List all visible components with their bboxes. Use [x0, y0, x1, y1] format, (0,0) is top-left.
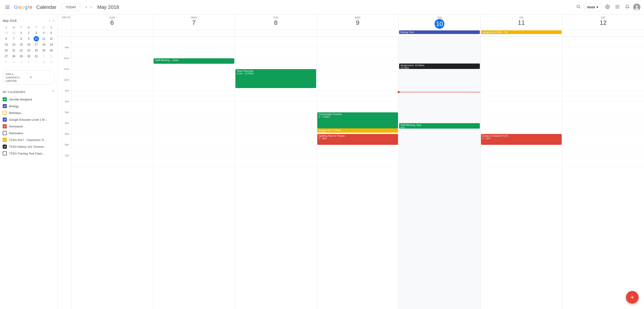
- mini-cal-prev[interactable]: ‹: [48, 18, 51, 23]
- calendar-event[interactable]: Spelling Test on Thursd...5 – 6pm: [317, 134, 398, 145]
- mini-cal-day[interactable]: 6: [26, 59, 31, 65]
- mini-cal-day[interactable]: 30: [11, 30, 16, 35]
- mini-cal-day[interactable]: 29: [4, 30, 9, 35]
- mini-cal-day[interactable]: 9: [26, 36, 31, 41]
- my-calendars-header[interactable]: My calendars ⌃: [0, 88, 58, 96]
- mini-cal-day[interactable]: 21: [11, 48, 16, 53]
- today-button[interactable]: TODAY: [62, 3, 80, 11]
- mini-cal-day[interactable]: 8: [18, 36, 24, 41]
- mini-cal-day[interactable]: 22: [18, 48, 24, 53]
- mini-cal-day[interactable]: 14: [11, 42, 16, 47]
- calendar-item[interactable]: Jennifer Bergland: [0, 96, 58, 103]
- mini-cal-day[interactable]: 18: [41, 42, 46, 47]
- mini-cal-day[interactable]: 2: [48, 54, 54, 59]
- prev-button[interactable]: ‹: [84, 3, 88, 11]
- mini-calendar: May 2018 ‹ › SMTWTFS29301234567891011121…: [0, 16, 58, 68]
- search-icon: [576, 4, 581, 9]
- day-header-number[interactable]: 10: [434, 19, 444, 29]
- calendar-event[interactable]: Assignment, 4:29pm4:29pm: [317, 128, 398, 133]
- mini-cal-day[interactable]: 12: [48, 36, 54, 41]
- calendar-item-label: Homework: [9, 125, 23, 128]
- mini-cal-day[interactable]: 28: [11, 54, 16, 59]
- mini-cal-dow: T: [18, 25, 25, 30]
- calendar-event[interactable]: Essay on Cause of U.S.5 – 6pm: [481, 134, 562, 145]
- calendar-event[interactable]: Staff Meeting, 4pm4pm: [399, 123, 480, 129]
- calendar-item-label: TCEA 2017 - Classroom Tr...: [9, 138, 46, 142]
- calendar-item[interactable]: Homework: [0, 123, 58, 130]
- calendar-checkbox: [3, 118, 7, 122]
- mini-cal-day[interactable]: 6: [4, 36, 9, 41]
- apps-button[interactable]: [613, 3, 622, 11]
- calendar-event[interactable]: Cheerleader Practice3 – 4:30pm: [317, 112, 398, 129]
- calendar-item[interactable]: Reminders: [0, 130, 58, 136]
- gmt-label: GMT-05: [58, 14, 71, 30]
- current-period: May 2018: [97, 4, 572, 10]
- add-coworker-button[interactable]: Add a coworker's calendar +: [3, 70, 55, 84]
- mini-cal-day[interactable]: 3: [4, 59, 9, 65]
- calendar-item[interactable]: Biology: [0, 103, 58, 109]
- svg-point-14: [635, 8, 639, 11]
- mini-cal-day[interactable]: 5: [48, 30, 54, 35]
- settings-button[interactable]: [604, 3, 612, 11]
- mini-cal-day[interactable]: 2: [26, 30, 31, 35]
- event-title: Cheerleader Practice: [318, 113, 397, 116]
- avatar[interactable]: [633, 3, 640, 11]
- mini-cal-day[interactable]: 4: [11, 59, 16, 65]
- mini-cal-day[interactable]: 13: [4, 42, 9, 47]
- mini-cal-day[interactable]: 19: [48, 42, 54, 47]
- calendar-checkbox: [3, 124, 7, 128]
- mini-cal-day[interactable]: 10: [34, 36, 39, 41]
- all-day-event[interactable]: Biology Test: [399, 30, 480, 34]
- grid-icon: [615, 4, 620, 9]
- mini-cal-day[interactable]: 16: [26, 42, 31, 47]
- mini-cal-day[interactable]: 27: [4, 54, 9, 59]
- mini-cal-day[interactable]: 1: [41, 54, 46, 59]
- mini-cal-next[interactable]: ›: [52, 18, 55, 23]
- mini-cal-day[interactable]: 9: [48, 59, 54, 65]
- mini-cal-day[interactable]: 30: [26, 54, 31, 59]
- day-header-dow: Thu: [400, 16, 480, 19]
- mini-cal-day[interactable]: 31: [34, 54, 39, 59]
- calendar-item[interactable]: Birthdays: [0, 109, 58, 116]
- calendar-event[interactable]: Staff Meeting -, 10am: [154, 58, 234, 64]
- day-header-number: 7: [154, 19, 234, 26]
- mini-cal-day[interactable]: 26: [48, 48, 54, 53]
- mini-cal-day[interactable]: 15: [18, 42, 24, 47]
- calendar-item[interactable]: Google Educator Level 1 M...: [0, 116, 58, 123]
- svg-point-0: [577, 5, 580, 8]
- mini-cal-day[interactable]: 11: [41, 36, 46, 41]
- mini-cal-day[interactable]: 8: [41, 59, 46, 65]
- day-header-col: Thu10: [399, 14, 480, 30]
- calendar-item[interactable]: TCEA 2017 - Classroom Tr...: [0, 136, 58, 143]
- mini-cal-day[interactable]: 1: [18, 30, 24, 35]
- mini-cal-day[interactable]: 20: [4, 48, 9, 53]
- mini-cal-day[interactable]: 25: [41, 48, 46, 53]
- search-button[interactable]: [574, 2, 582, 12]
- calendar-item[interactable]: TCEA Training Test Class ...: [0, 150, 58, 157]
- view-selector-button[interactable]: Week ▼: [584, 3, 602, 11]
- all-day-event[interactable]: Assignment: KWL - Thi: [481, 30, 562, 34]
- current-time-line: [399, 92, 480, 92]
- calendar-item[interactable]: TCEA History 101 Chrome...: [0, 143, 58, 150]
- mini-cal-day[interactable]: 5: [18, 59, 24, 65]
- all-day-col: [562, 30, 644, 36]
- notifications-button[interactable]: [623, 3, 631, 11]
- mini-cal-day[interactable]: 4: [41, 30, 46, 35]
- mini-cal-day[interactable]: 17: [34, 42, 39, 47]
- mini-cal-day[interactable]: 7: [11, 36, 16, 41]
- mini-cal-day[interactable]: 29: [18, 54, 24, 59]
- calendar-event[interactable]: Team Planning11am – 12:45pm: [236, 69, 316, 88]
- mini-cal-day[interactable]: 24: [34, 48, 39, 53]
- mini-cal-day[interactable]: 3: [34, 30, 39, 35]
- hamburger-button[interactable]: [4, 3, 11, 11]
- create-event-fab[interactable]: +: [626, 291, 638, 304]
- next-button[interactable]: ›: [88, 3, 94, 11]
- grid-col: Cheerleader Practice3 – 4:30pmAssignment…: [317, 37, 399, 309]
- day-header-col: Mon7: [153, 14, 235, 30]
- day-header-dow: Sat: [563, 16, 643, 19]
- calendar-event[interactable]: Assignment, 10:29am10:29am: [399, 63, 480, 69]
- mini-cal-day[interactable]: 7: [34, 59, 39, 65]
- svg-rect-10: [617, 8, 618, 8]
- mini-cal-day[interactable]: 23: [26, 48, 31, 53]
- all-day-col: [317, 30, 399, 36]
